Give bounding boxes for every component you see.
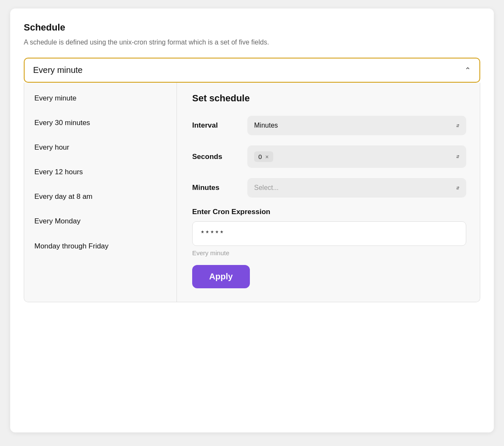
dropdown-panel: Every minute Every 30 minutes Every hour…: [24, 83, 480, 302]
seconds-tag: 0 ×: [254, 151, 273, 162]
dropdown-selected-value: Every minute: [33, 65, 83, 75]
schedule-list: Every minute Every 30 minutes Every hour…: [24, 83, 177, 302]
minutes-label: Minutes: [192, 184, 239, 192]
minutes-placeholder: Select...: [254, 184, 279, 192]
interval-stepper-icon[interactable]: ⇵: [456, 123, 459, 128]
set-schedule-title: Set schedule: [192, 93, 466, 104]
page-title: Schedule: [24, 22, 480, 33]
list-item[interactable]: Every minute: [24, 86, 176, 111]
apply-button[interactable]: Apply: [192, 265, 250, 288]
seconds-control[interactable]: 0 × ⇵: [247, 145, 466, 168]
seconds-tag-value: 0: [258, 153, 262, 160]
list-item[interactable]: Every day at 8 am: [24, 184, 176, 209]
page-description: A schedule is defined using the unix-cro…: [24, 37, 480, 47]
interval-value: Minutes: [254, 122, 278, 129]
cron-input[interactable]: [192, 221, 466, 246]
minutes-row: Minutes Select... ⇵: [192, 178, 466, 198]
schedule-dropdown-trigger[interactable]: Every minute ⌃: [24, 58, 480, 83]
minutes-control[interactable]: Select... ⇵: [247, 178, 466, 198]
interval-control[interactable]: Minutes ⇵: [247, 116, 466, 135]
seconds-tag-remove[interactable]: ×: [265, 153, 269, 160]
cron-label: Enter Cron Expression: [192, 208, 466, 216]
list-item[interactable]: Every hour: [24, 135, 176, 160]
main-container: Schedule A schedule is defined using the…: [10, 8, 494, 432]
cron-section: Enter Cron Expression Every minute Apply: [192, 208, 466, 288]
seconds-stepper-icon[interactable]: ⇵: [456, 154, 459, 159]
interval-row: Interval Minutes ⇵: [192, 116, 466, 135]
minutes-stepper-icon[interactable]: ⇵: [456, 186, 459, 190]
interval-label: Interval: [192, 121, 239, 130]
seconds-row: Seconds 0 × ⇵: [192, 145, 466, 168]
list-item[interactable]: Monday through Friday: [24, 234, 176, 259]
set-schedule-panel: Set schedule Interval Minutes ⇵ Seconds …: [177, 83, 480, 302]
cron-description: Every minute: [192, 249, 466, 256]
list-item[interactable]: Every Monday: [24, 209, 176, 234]
chevron-up-icon: ⌃: [465, 66, 471, 75]
list-item[interactable]: Every 12 hours: [24, 160, 176, 184]
list-item[interactable]: Every 30 minutes: [24, 111, 176, 135]
seconds-label: Seconds: [192, 153, 239, 161]
